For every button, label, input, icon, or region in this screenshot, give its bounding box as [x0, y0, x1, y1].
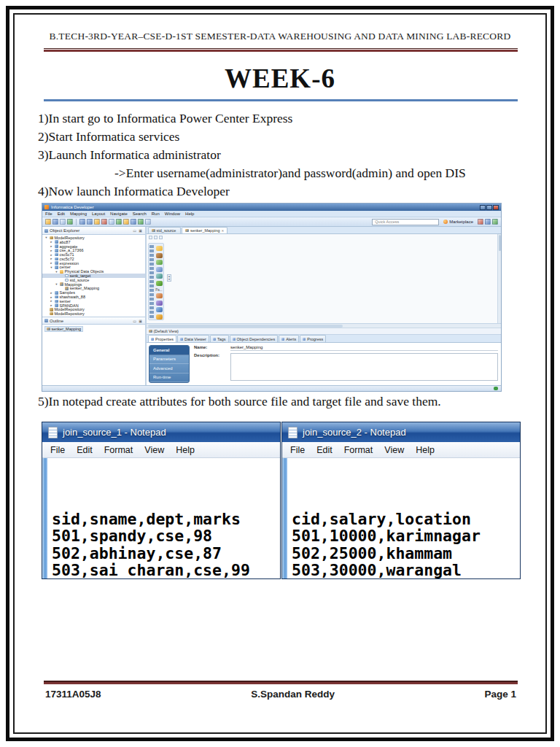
properties-side-tab[interactable]: Run-time — [149, 374, 189, 383]
palette-icon[interactable] — [156, 293, 163, 298]
menu-item[interactable]: Run — [152, 212, 160, 216]
tree-expand-arrow[interactable]: ▸ — [50, 249, 53, 252]
marketplace-button[interactable]: Marketplace — [443, 220, 473, 224]
toolbar-icon[interactable] — [94, 219, 100, 225]
menu-item[interactable]: Help — [411, 445, 440, 455]
toolbar-icon[interactable] — [79, 219, 85, 225]
palette-icon[interactable] — [156, 281, 163, 286]
notepad-titlebar[interactable]: join_source_2 - Notepad — [282, 422, 520, 442]
tree-expand-arrow[interactable]: ▾ — [55, 282, 58, 286]
menu-item[interactable]: Format — [99, 445, 139, 455]
toolbar-icon[interactable] — [138, 219, 144, 225]
palette-icon[interactable] — [156, 260, 163, 265]
tree-expand-arrow[interactable]: ▸ — [50, 240, 53, 244]
toolbar-icon[interactable] — [123, 219, 129, 225]
toolbar-icon[interactable] — [131, 219, 136, 225]
default-view-bar[interactable]: (Default View) — [147, 328, 501, 335]
minimize-button[interactable] — [480, 205, 486, 210]
properties-side-tab[interactable]: Advanced — [149, 364, 189, 374]
horizontal-scrollbar[interactable] — [147, 324, 501, 328]
palette-icon[interactable] — [156, 253, 163, 258]
notepad-text-area[interactable]: sid,sname,dept,marks501,spandy,cse,98502… — [47, 458, 280, 578]
panel-minimize-maximize-icons[interactable]: ▭ ▣ — [133, 228, 143, 233]
palette-icon[interactable] — [156, 274, 163, 279]
tree-item-icon — [55, 303, 58, 307]
notepad-titlebar[interactable]: join_source_1 - Notepad — [42, 422, 280, 442]
panel-minimize-maximize-icons[interactable]: ▭ ▣ — [133, 319, 143, 323]
palette-icon[interactable] — [156, 267, 163, 272]
properties-tab[interactable]: Tags — [210, 335, 229, 342]
canvas-tool-icon[interactable] — [159, 236, 163, 239]
properties-tab[interactable]: Properties — [148, 335, 176, 342]
description-field[interactable] — [230, 353, 498, 381]
menu-item[interactable]: Layout — [92, 212, 105, 216]
canvas-tool-icon[interactable] — [149, 236, 152, 239]
properties-tab[interactable]: Data Viewer — [177, 335, 209, 342]
menu-item[interactable]: Mapping — [70, 212, 87, 216]
menu-item[interactable]: Edit — [71, 445, 98, 455]
tree-expand-arrow[interactable]: ▸ — [50, 291, 53, 295]
toolbar-icon[interactable] — [109, 219, 114, 225]
menu-item[interactable]: Help — [185, 212, 194, 216]
toolbar-icon[interactable] — [45, 219, 51, 225]
palette-icon[interactable] — [156, 246, 163, 251]
palette-icon[interactable] — [156, 301, 163, 306]
tree-expand-arrow[interactable]: ▸ — [50, 253, 53, 257]
palette-icon[interactable] — [156, 314, 163, 320]
menu-item[interactable]: File — [285, 445, 310, 455]
tree-expand-arrow[interactable]: ▸ — [50, 299, 53, 303]
tree-expand-arrow[interactable]: ▾ — [44, 236, 48, 239]
menu-item[interactable]: Search — [133, 212, 147, 216]
outline-item[interactable]: senker_Mapping — [44, 326, 83, 332]
tree-expand-arrow[interactable]: ▸ — [50, 295, 53, 299]
toolbar-icon[interactable] — [60, 219, 66, 225]
tab-close-icon[interactable]: ✕ — [222, 229, 225, 233]
menu-item[interactable]: Navigate — [110, 212, 128, 216]
notepad-text-area[interactable]: cid,salary,location501,10000,karimnagar5… — [287, 458, 520, 578]
toolbar-icon[interactable] — [145, 219, 151, 225]
informatica-titlebar[interactable]: Informatica Developer — [42, 204, 501, 211]
toolbar-icon[interactable] — [67, 219, 73, 225]
canvas-tool-icon[interactable] — [154, 236, 158, 239]
name-field[interactable]: senker_Mapping — [230, 345, 498, 351]
properties-side-tab[interactable]: Parameters — [149, 355, 189, 365]
properties-tab[interactable]: Progress — [300, 335, 326, 342]
menu-item[interactable]: Edit — [311, 445, 338, 455]
properties-tab[interactable]: Alerts — [279, 335, 299, 342]
toolbar-icon[interactable] — [52, 219, 58, 225]
toolbar-icon[interactable] — [116, 219, 122, 225]
close-button[interactable] — [493, 205, 499, 210]
toolbar-icon[interactable] — [87, 219, 93, 225]
menu-item[interactable]: Window — [165, 212, 180, 216]
quick-access-input[interactable] — [372, 219, 439, 225]
editor-tab[interactable]: senker_Mapping ✕ — [182, 227, 228, 233]
menu-item[interactable]: View — [379, 445, 409, 455]
palette-icon[interactable] — [156, 307, 163, 312]
menu-item[interactable]: File — [45, 445, 70, 455]
toolbar-icon[interactable] — [492, 219, 498, 225]
tree-expand-arrow[interactable]: ▸ — [50, 244, 53, 248]
vertical-scrollbar[interactable] — [497, 234, 501, 323]
toolbar-icon[interactable] — [478, 219, 483, 225]
toolbar-icon[interactable] — [101, 219, 107, 225]
toolbar-icon[interactable] — [485, 219, 491, 225]
properties-tab-label: Data Viewer — [184, 337, 206, 341]
tree-expand-arrow[interactable]: ▸ — [50, 303, 53, 307]
tree-expand-arrow[interactable]: ▸ — [50, 261, 53, 265]
tree-item[interactable]: ModelRepository — [42, 311, 145, 316]
properties-side-tab[interactable]: General — [149, 346, 189, 355]
editor-tab-bar: std_source senker_Mapping ✕ — [147, 227, 501, 234]
menu-item[interactable]: Help — [171, 445, 200, 455]
mapping-canvas[interactable]: Pa... ▲▼ — [147, 234, 501, 324]
menu-item[interactable]: Edit — [58, 212, 65, 216]
tree-expand-arrow[interactable]: ▸ — [50, 257, 53, 260]
menu-item[interactable]: Format — [339, 445, 378, 455]
maximize-button[interactable] — [486, 205, 492, 210]
editor-tab[interactable]: std_source — [148, 227, 181, 233]
menu-item[interactable]: File — [45, 212, 52, 216]
menu-item[interactable]: View — [139, 445, 169, 455]
tree-expand-arrow[interactable]: ▾ — [55, 270, 58, 274]
properties-tab[interactable]: Object Dependencies — [230, 335, 279, 342]
tree-expand-arrow[interactable]: ▾ — [50, 266, 53, 269]
palette-scroll-spinner[interactable]: ▲▼ — [167, 274, 171, 282]
